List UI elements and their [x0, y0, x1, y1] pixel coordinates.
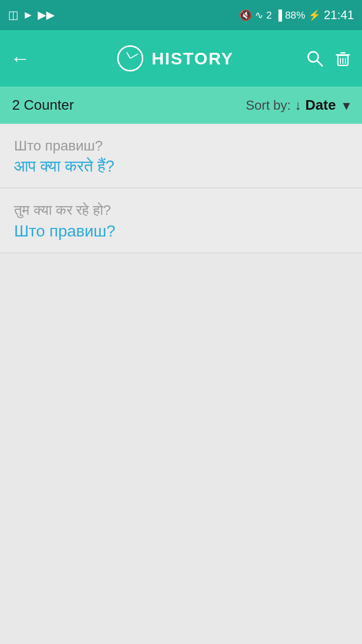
- sort-dropdown-icon[interactable]: ▾: [343, 97, 350, 114]
- toolbar-title: HISTORY: [151, 49, 233, 68]
- battery-icon: ⚡: [308, 9, 321, 21]
- sub-header: 2 Counter Sort by: ↓ Date ▾: [0, 87, 362, 124]
- status-bar-left-icons: ◫ ► ▶▶: [8, 9, 55, 22]
- toolbar: ← HISTORY: [0, 30, 362, 87]
- clock-hand-minute: [130, 53, 139, 59]
- back-button[interactable]: ←: [10, 47, 45, 70]
- dual-sim-icon: 2: [266, 10, 272, 21]
- list-item-translation-1: Што правиш?: [14, 222, 348, 240]
- wifi-icon: ∿: [255, 9, 263, 21]
- toolbar-action-icons: [306, 49, 352, 67]
- list-item[interactable]: Што правиш? आप क्या करते हैं?: [0, 124, 362, 188]
- play-icon: ►: [23, 9, 34, 22]
- status-bar: ◫ ► ▶▶ 🔇 ∿ 2 ▐ 88% ⚡ 21:41: [0, 0, 362, 30]
- sort-date-label: Date: [305, 97, 336, 113]
- list-item-translation-0: आप क्या करते हैं?: [14, 157, 348, 176]
- search-button[interactable]: [306, 49, 324, 67]
- mute-icon: 🔇: [239, 9, 252, 21]
- toolbar-title-area: HISTORY: [45, 45, 306, 71]
- signal-icon: ▐: [275, 10, 282, 21]
- sort-arrow-icon: ↓: [295, 98, 301, 113]
- status-bar-right: 🔇 ∿ 2 ▐ 88% ⚡ 21:41: [239, 8, 354, 22]
- forward-icon: ▶▶: [38, 9, 55, 22]
- list-item-source-1: तुम क्या कर रहे हो?: [14, 202, 348, 219]
- battery-text: 88%: [285, 10, 305, 21]
- clock-icon: [117, 45, 143, 71]
- delete-button[interactable]: [334, 49, 352, 67]
- svg-line-1: [317, 61, 322, 66]
- list-item[interactable]: तुम क्या कर रहे हो? Што правиш?: [0, 188, 362, 253]
- list-item-source-0: Што правиш?: [14, 138, 348, 154]
- history-list: Што правиш? आप क्या करते हैं? तुम क्या क…: [0, 124, 362, 253]
- sort-area[interactable]: Sort by: ↓ Date ▾: [246, 97, 350, 114]
- status-time: 21:41: [324, 8, 354, 22]
- sort-by-label: Sort by:: [246, 98, 291, 113]
- counter-label: 2 Counter: [12, 97, 246, 113]
- image-icon: ◫: [8, 9, 19, 22]
